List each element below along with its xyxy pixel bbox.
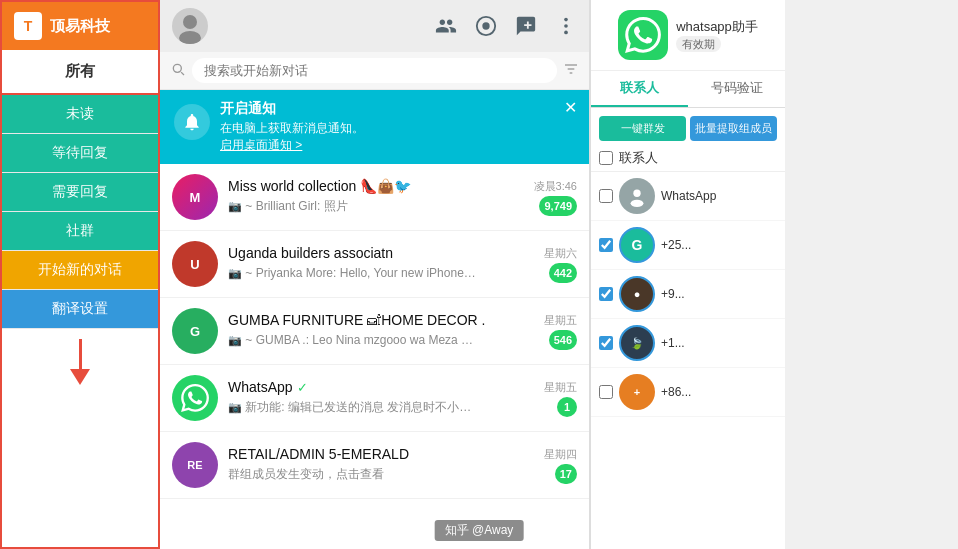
assistant-info: whatsapp助手 有效期 xyxy=(676,18,758,52)
sidebar-header: T 顶易科技 xyxy=(2,2,158,50)
filter-icon[interactable] xyxy=(563,61,579,80)
chat-preview-row: 📷 新功能: 编辑已发送的消息 发消息时不小心打错了... 1 xyxy=(228,397,577,417)
chat-preview-row: 📷 ~ Brilliant Girl: 照片 9,749 xyxy=(228,196,577,216)
chat-avatar-whatsapp xyxy=(172,375,218,421)
chat-time: 星期四 xyxy=(544,447,577,462)
chat-info: GUMBA FURNITURE 🛋HOME DECOR . 星期五 📷 ~ GU… xyxy=(228,312,577,350)
chat-name: WhatsApp ✓ xyxy=(228,379,308,395)
chat-badge: 442 xyxy=(549,263,577,283)
svg-point-1 xyxy=(179,31,201,44)
sidebar-item-new-chat[interactable]: 开始新的对话 xyxy=(2,251,158,290)
group-send-button[interactable]: 一键群发 xyxy=(599,116,686,141)
contact-name: WhatsApp xyxy=(661,189,777,203)
chat-preview-row: 群组成员发生变动，点击查看 17 xyxy=(228,464,577,484)
chat-info: WhatsApp ✓ 星期五 📷 新功能: 编辑已发送的消息 发消息时不小心打错… xyxy=(228,379,577,417)
contact-checkbox[interactable] xyxy=(599,336,613,350)
notification-close-icon[interactable]: ✕ xyxy=(564,98,577,117)
chat-badge: 546 xyxy=(549,330,577,350)
chat-preview-row: 📷 ~ Priyanka More: Hello, Your new iPhon… xyxy=(228,263,577,283)
chat-time: 星期五 xyxy=(544,380,577,395)
sidebar-item-all[interactable]: 所有 xyxy=(2,50,158,95)
contact-avatar: 🍃 xyxy=(619,325,655,361)
sidebar-item-community[interactable]: 社群 xyxy=(2,212,158,251)
chat-preview-row: 📷 ~ GUMBA .: Leo Nina mzgooo wa Meza kil… xyxy=(228,330,577,350)
chat-avatar: RE xyxy=(172,442,218,488)
contact-checkbox[interactable] xyxy=(599,238,613,252)
batch-extract-button[interactable]: 批量提取组成员 xyxy=(690,116,777,141)
chat-item-whatsapp[interactable]: WhatsApp ✓ 星期五 📷 新功能: 编辑已发送的消息 发消息时不小心打错… xyxy=(160,365,589,432)
chat-badge: 9,749 xyxy=(539,196,577,216)
chat-name-row: RETAIL/ADMIN 5-EMERALD 星期四 xyxy=(228,446,577,462)
community-icon[interactable] xyxy=(435,15,457,37)
valid-badge: 有效期 xyxy=(676,36,721,52)
new-chat-icon[interactable] xyxy=(515,15,537,37)
chat-time: 星期六 xyxy=(544,246,577,261)
contact-name: +86... xyxy=(661,385,777,399)
contact-info: WhatsApp xyxy=(661,189,777,203)
chat-info: Uganda builders associatn 星期六 📷 ~ Priyan… xyxy=(228,245,577,283)
app-logo: T xyxy=(14,12,42,40)
contact-avatar: ● xyxy=(619,276,655,312)
chat-topbar xyxy=(160,0,589,52)
svg-point-6 xyxy=(564,31,568,35)
contact-item: + +86... xyxy=(591,368,785,417)
notification-desc: 在电脑上获取新消息通知。 xyxy=(220,120,575,137)
red-arrow-indicator xyxy=(2,339,158,385)
contact-item: WhatsApp xyxy=(591,172,785,221)
chat-name-row: WhatsApp ✓ 星期五 xyxy=(228,379,577,395)
chat-name: Uganda builders associatn xyxy=(228,245,393,261)
chat-info: Miss world collection 👠👜🐦 凌晨3:46 📷 ~ Bri… xyxy=(228,178,577,216)
assistant-name: whatsapp助手 xyxy=(676,18,758,36)
menu-icon[interactable] xyxy=(555,15,577,37)
sidebar-item-unread[interactable]: 未读 xyxy=(2,95,158,134)
chat-list: M Miss world collection 👠👜🐦 凌晨3:46 📷 ~ B… xyxy=(160,164,589,549)
svg-point-10 xyxy=(633,190,640,197)
status-icon[interactable] xyxy=(475,15,497,37)
sidebar-item-waiting[interactable]: 等待回复 xyxy=(2,134,158,173)
contact-info: +9... xyxy=(661,287,777,301)
search-icon xyxy=(170,61,186,80)
tab-contacts[interactable]: 联系人 xyxy=(591,71,688,107)
topbar-icons xyxy=(435,15,577,37)
svg-point-11 xyxy=(631,200,644,207)
contact-item: ● +9... xyxy=(591,270,785,319)
search-input[interactable] xyxy=(192,58,557,83)
chat-badge: 1 xyxy=(557,397,577,417)
contact-checkbox[interactable] xyxy=(599,385,613,399)
contact-select-all-checkbox[interactable] xyxy=(599,151,613,165)
chat-badge: 17 xyxy=(555,464,577,484)
chat-name-row: Uganda builders associatn 星期六 xyxy=(228,245,577,261)
chat-time: 星期五 xyxy=(544,313,577,328)
contact-header-row: 联系人 xyxy=(591,145,785,172)
contact-name: +9... xyxy=(661,287,777,301)
svg-point-4 xyxy=(564,18,568,22)
chat-item[interactable]: M Miss world collection 👠👜🐦 凌晨3:46 📷 ~ B… xyxy=(160,164,589,231)
contact-checkbox[interactable] xyxy=(599,287,613,301)
notification-link[interactable]: 启用桌面通知 > xyxy=(220,137,575,154)
tab-verify[interactable]: 号码验证 xyxy=(688,71,785,107)
contact-item: G +25... xyxy=(591,221,785,270)
topbar-left xyxy=(172,8,208,44)
contact-name: +1... xyxy=(661,336,777,350)
contact-info: +86... xyxy=(661,385,777,399)
sidebar-item-need-reply[interactable]: 需要回复 xyxy=(2,173,158,212)
right-actions: 一键群发 批量提取组成员 xyxy=(591,108,785,145)
notification-text: 开启通知 在电脑上获取新消息通知。 启用桌面通知 > xyxy=(220,100,575,154)
chat-item[interactable]: U Uganda builders associatn 星期六 📷 ~ Priy… xyxy=(160,231,589,298)
right-tabs: 联系人 号码验证 xyxy=(591,71,785,108)
contact-item: 🍃 +1... xyxy=(591,319,785,368)
arrow-line xyxy=(79,339,82,369)
contact-checkbox[interactable] xyxy=(599,189,613,203)
chat-item[interactable]: RE RETAIL/ADMIN 5-EMERALD 星期四 群组成员发生变动，点… xyxy=(160,432,589,499)
verified-icon: ✓ xyxy=(297,380,308,395)
chat-preview: 📷 新功能: 编辑已发送的消息 发消息时不小心打错了... xyxy=(228,399,478,416)
contact-header-label: 联系人 xyxy=(619,149,658,167)
chat-item[interactable]: G GUMBA FURNITURE 🛋HOME DECOR . 星期五 📷 ~ … xyxy=(160,298,589,365)
sidebar-item-translate[interactable]: 翻译设置 xyxy=(2,290,158,329)
main-area: 开启通知 在电脑上获取新消息通知。 启用桌面通知 > ✕ M Miss worl… xyxy=(160,0,958,549)
contact-name: +25... xyxy=(661,238,777,252)
chat-name: RETAIL/ADMIN 5-EMERALD xyxy=(228,446,409,462)
chat-name-row: Miss world collection 👠👜🐦 凌晨3:46 xyxy=(228,178,577,194)
contact-info: +25... xyxy=(661,238,777,252)
chat-preview: 群组成员发生变动，点击查看 xyxy=(228,466,384,483)
